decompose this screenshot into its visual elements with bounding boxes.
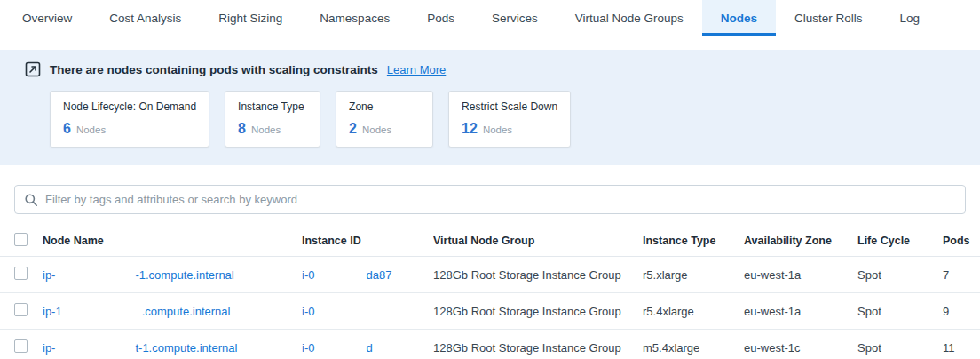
- pods-cell: 11: [943, 341, 980, 355]
- instance-id-link[interactable]: i-0: [302, 268, 314, 282]
- card-title: Zone: [349, 100, 420, 113]
- instance-id-cell: i-0da87: [302, 268, 433, 282]
- node-name-link[interactable]: ip-1: [43, 305, 62, 318]
- tab-pods[interactable]: Pods: [408, 0, 473, 36]
- card-restrict-scale-down[interactable]: Restrict Scale Down 12 Nodes: [448, 91, 571, 148]
- column-header-virtual-node-group: Virtual Node Group: [433, 235, 643, 247]
- card-node-lifecycle[interactable]: Node Lifecycle: On Demand 6 Nodes: [50, 91, 209, 148]
- life-cycle-cell: Spot: [858, 341, 943, 355]
- card-count: 8: [238, 121, 246, 137]
- tab-right-sizing[interactable]: Right Sizing: [200, 0, 301, 36]
- tab-bar: Overview Cost Analysis Right Sizing Name…: [0, 0, 980, 36]
- node-name-link[interactable]: ip-: [43, 341, 55, 355]
- node-name-cell: ip-1.compute.internal: [43, 305, 302, 318]
- node-name-link[interactable]: ip-: [43, 268, 55, 282]
- table-header-row: Node Name Instance ID Virtual Node Group…: [0, 225, 980, 257]
- nodes-table: Node Name Instance ID Virtual Node Group…: [0, 225, 980, 359]
- card-unit: Nodes: [76, 124, 106, 135]
- card-title: Instance Type: [238, 100, 307, 113]
- instance-id-link[interactable]: d: [366, 341, 372, 355]
- life-cycle-cell: Spot: [858, 305, 943, 318]
- column-header-availability-zone: Availability Zone: [744, 235, 858, 247]
- column-header-node-name: Node Name: [43, 235, 302, 247]
- tab-virtual-node-groups[interactable]: Virtual Node Groups: [557, 0, 702, 36]
- column-header-life-cycle: Life Cycle: [858, 235, 943, 247]
- instance-type-cell: m5.4xlarge: [643, 341, 744, 355]
- virtual-node-group-cell: 128Gb Root Storage Instance Group: [433, 268, 643, 282]
- scaling-constraints-banner: There are nodes containing pods with sca…: [0, 50, 980, 165]
- tab-cluster-rolls[interactable]: Cluster Rolls: [776, 0, 881, 36]
- table-row: ip-t-1.compute.internal i-0d 128Gb Root …: [0, 330, 980, 359]
- node-name-link[interactable]: .compute.internal: [142, 305, 231, 318]
- column-header-pods: Pods: [943, 235, 980, 247]
- filter-search-box: [14, 185, 966, 214]
- card-count: 2: [349, 121, 357, 137]
- instance-id-link[interactable]: da87: [366, 268, 391, 282]
- card-count: 12: [462, 121, 478, 137]
- tab-services[interactable]: Services: [473, 0, 557, 36]
- card-unit: Nodes: [251, 124, 281, 135]
- availability-zone-cell: eu-west-1c: [744, 341, 858, 355]
- card-unit: Nodes: [362, 124, 391, 135]
- instance-type-cell: r5.xlarge: [643, 268, 744, 282]
- card-unit: Nodes: [483, 124, 512, 135]
- virtual-node-group-cell: 128Gb Root Storage Instance Group: [433, 341, 643, 355]
- tab-overview[interactable]: Overview: [4, 0, 91, 36]
- pods-cell: 7: [943, 268, 980, 282]
- tab-nodes[interactable]: Nodes: [702, 0, 776, 36]
- card-count: 6: [63, 121, 71, 137]
- row-checkbox[interactable]: [14, 339, 28, 353]
- learn-more-link[interactable]: Learn More: [387, 63, 446, 76]
- scaling-constraint-icon: [25, 61, 41, 77]
- card-title: Restrict Scale Down: [462, 100, 557, 113]
- pods-cell: 9: [943, 305, 980, 318]
- column-header-instance-id: Instance ID: [302, 235, 433, 247]
- tab-log[interactable]: Log: [881, 0, 939, 36]
- node-name-cell: ip-t-1.compute.internal: [43, 341, 302, 355]
- card-title: Node Lifecycle: On Demand: [63, 100, 196, 113]
- node-name-link[interactable]: t-1.compute.internal: [135, 341, 237, 355]
- instance-id-link[interactable]: i-0: [302, 341, 314, 355]
- tab-cost-analysis[interactable]: Cost Analysis: [91, 0, 200, 36]
- row-checkbox[interactable]: [14, 303, 28, 316]
- column-header-instance-type: Instance Type: [643, 235, 744, 247]
- node-name-link[interactable]: -1.compute.internal: [135, 268, 233, 282]
- filter-search-input[interactable]: [45, 193, 956, 206]
- tab-namespaces[interactable]: Namespaces: [301, 0, 408, 36]
- row-checkbox[interactable]: [14, 267, 28, 280]
- table-row: ip--1.compute.internal i-0da87 128Gb Roo…: [0, 257, 980, 293]
- node-name-cell: ip--1.compute.internal: [43, 268, 302, 282]
- instance-id-cell: i-0: [302, 305, 433, 318]
- search-icon: [24, 193, 38, 207]
- select-all-checkbox[interactable]: [14, 233, 28, 246]
- instance-id-link[interactable]: i-0: [302, 305, 314, 318]
- table-row: ip-1.compute.internal i-0 128Gb Root Sto…: [0, 293, 980, 330]
- life-cycle-cell: Spot: [858, 268, 943, 282]
- card-zone[interactable]: Zone 2 Nodes: [336, 91, 433, 148]
- card-instance-type[interactable]: Instance Type 8 Nodes: [225, 91, 320, 148]
- instance-id-cell: i-0d: [302, 341, 433, 355]
- availability-zone-cell: eu-west-1a: [744, 305, 858, 318]
- instance-type-cell: r5.4xlarge: [643, 305, 744, 318]
- constraint-cards: Node Lifecycle: On Demand 6 Nodes Instan…: [50, 91, 955, 148]
- banner-message: There are nodes containing pods with sca…: [50, 63, 378, 76]
- availability-zone-cell: eu-west-1a: [744, 268, 858, 282]
- virtual-node-group-cell: 128Gb Root Storage Instance Group: [433, 305, 643, 318]
